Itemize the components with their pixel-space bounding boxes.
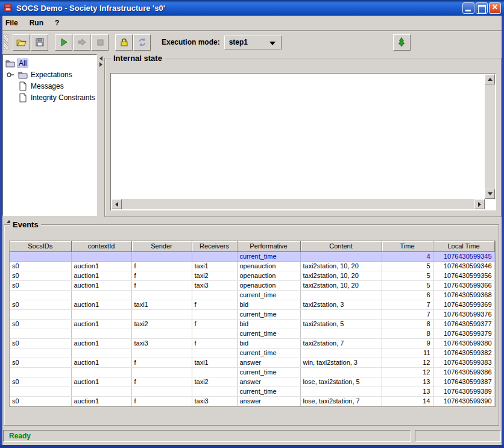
titlebar[interactable]: SOCS Demo - Society Infrastructure 's0': [0, 0, 504, 16]
events-table: SocsIDscontextIdSenderReceiversPerformat…: [10, 241, 495, 406]
table-row[interactable]: s0auction1ftaxi2openauctiontaxi2station,…: [10, 271, 494, 280]
table-row[interactable]: s0auction1ftaxi1answerwin, taxi2station,…: [10, 358, 494, 367]
table-row[interactable]: current_time41076430599345: [10, 251, 494, 261]
scroll-down-button[interactable]: [485, 189, 495, 199]
vertical-split-divider[interactable]: [98, 54, 104, 216]
table-cell: taxi2station, 3: [300, 300, 382, 309]
close-button[interactable]: [489, 2, 501, 14]
maximize-button[interactable]: [476, 2, 488, 14]
table-cell: 1076430599387: [433, 377, 494, 386]
menu-file[interactable]: File: [5, 19, 18, 27]
table-row[interactable]: current_time121076430599386: [10, 367, 494, 377]
horizontal-split-divider[interactable]: [2, 218, 502, 224]
toolbar: Execution mode: step1: [0, 31, 504, 53]
table-row[interactable]: s0auction1ftaxi3openauctiontaxi2station,…: [10, 280, 494, 290]
table-row[interactable]: s0auction1taxi2fbidtaxi2station, 5810764…: [10, 319, 494, 329]
table-cell: [10, 309, 71, 319]
run-button[interactable]: [55, 34, 72, 51]
table-cell: auction1: [71, 338, 131, 348]
menu-run[interactable]: Run: [30, 19, 43, 27]
scroll-left-button[interactable]: [112, 199, 122, 209]
table-cell: 7: [382, 309, 433, 319]
table-cell: [300, 367, 382, 377]
column-header[interactable]: SocsIDs: [10, 241, 71, 251]
table-cell: [10, 386, 71, 396]
table-row[interactable]: current_time131076430599389: [10, 386, 494, 396]
table-cell: 9: [382, 338, 433, 348]
collapse-left-icon[interactable]: [99, 56, 102, 61]
table-cell: 11: [382, 348, 433, 358]
column-header[interactable]: Time: [382, 241, 433, 251]
expand-handle-icon[interactable]: [6, 70, 16, 80]
table-row[interactable]: current_time61076430599368: [10, 290, 494, 300]
folder-icon: [18, 70, 28, 80]
scroll-up-button[interactable]: [485, 74, 495, 84]
table-cell: [10, 348, 71, 358]
table-cell: taxi2station, 5: [300, 319, 382, 329]
table-row[interactable]: current_time81076430599379: [10, 329, 494, 338]
column-header[interactable]: Sender: [131, 241, 192, 251]
table-cell: current_time: [237, 309, 300, 319]
arrow-left-icon: [115, 202, 118, 207]
refresh-button[interactable]: [133, 34, 151, 51]
stop-button[interactable]: [91, 34, 109, 51]
column-header[interactable]: Local Time: [433, 241, 494, 251]
tree-item-messages[interactable]: Messages: [3, 80, 96, 92]
table-cell: [71, 386, 131, 396]
open-button[interactable]: [13, 34, 30, 51]
table-cell: taxi3: [192, 280, 237, 290]
column-header[interactable]: Receivers: [192, 241, 237, 251]
document-icon: [18, 81, 28, 91]
table-cell: taxi3: [192, 396, 237, 406]
table-cell: [10, 329, 71, 338]
minimize-button[interactable]: [462, 2, 474, 14]
lock-button[interactable]: [115, 34, 133, 51]
tree-item-integrity-constraints[interactable]: Integrity Constraints: [3, 92, 96, 103]
table-cell: s0: [10, 338, 71, 348]
document-icon: [18, 93, 28, 103]
table-cell: s0: [10, 261, 71, 271]
table-cell: f: [131, 271, 192, 280]
collapse-right-icon[interactable]: [99, 62, 102, 67]
open-folder-icon: [16, 37, 27, 48]
table-cell: [300, 290, 382, 300]
arrow-right-icon: [478, 202, 481, 207]
execution-mode-select[interactable]: step1: [224, 36, 282, 49]
vertical-scrollbar[interactable]: [485, 74, 495, 199]
table-cell: [300, 251, 382, 261]
table-row[interactable]: s0auction1ftaxi3answerlose, taxi2station…: [10, 396, 494, 406]
scroll-right-button[interactable]: [474, 199, 485, 209]
table-row[interactable]: current_time111076430599382: [10, 348, 494, 358]
table-cell: taxi2station, 10, 20: [300, 280, 382, 290]
internal-state-textarea[interactable]: [110, 73, 496, 210]
society-tree-button[interactable]: [393, 34, 411, 51]
table-cell: f: [192, 338, 237, 348]
save-button[interactable]: [31, 34, 48, 51]
table-row[interactable]: s0auction1ftaxi1openauctiontaxi2station,…: [10, 261, 494, 271]
table-row[interactable]: current_time71076430599376: [10, 309, 494, 319]
horizontal-scrollbar[interactable]: [112, 199, 485, 209]
upper-split-area: All Expectations: [2, 53, 502, 218]
table-cell: lose, taxi2station, 7: [300, 396, 382, 406]
column-header[interactable]: contextId: [71, 241, 131, 251]
table-cell: [192, 251, 237, 261]
step-button[interactable]: [73, 34, 90, 51]
table-cell: [131, 329, 192, 338]
menu-help[interactable]: ?: [55, 19, 59, 27]
table-row[interactable]: s0auction1taxi3fbidtaxi2station, 7910764…: [10, 338, 494, 348]
tree-item-expectations[interactable]: Expectations: [3, 69, 96, 80]
tree-item-all[interactable]: All: [3, 57, 96, 69]
table-cell: 1076430599386: [433, 367, 494, 377]
table-cell: 1076430599345: [433, 251, 494, 261]
table-cell: [71, 367, 131, 377]
table-cell: s0: [10, 271, 71, 280]
column-header[interactable]: Performative: [237, 241, 300, 251]
table-cell: 1076430599346: [433, 261, 494, 271]
table-cell: [300, 386, 382, 396]
table-row[interactable]: s0auction1ftaxi2answerlose, taxi2station…: [10, 377, 494, 386]
column-header[interactable]: Content: [300, 241, 382, 251]
toolbar-drag-handle[interactable]: [3, 34, 8, 50]
table-row[interactable]: s0auction1taxi1fbidtaxi2station, 3710764…: [10, 300, 494, 309]
statusbar: Ready: [2, 427, 502, 445]
table-cell: taxi2: [131, 319, 192, 329]
